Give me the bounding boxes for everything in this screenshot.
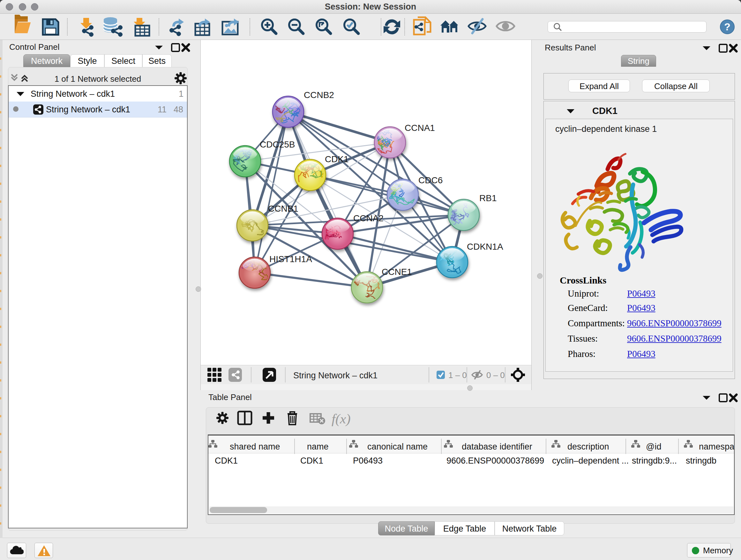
svg-text:canonical name: canonical name (367, 442, 428, 451)
svg-text:CDC25B: CDC25B (260, 139, 295, 149)
svg-text:name: name (307, 442, 329, 451)
svg-text:1 – 0: 1 – 0 (448, 370, 467, 380)
svg-text:@id: @id (646, 442, 661, 451)
svg-text:description: description (567, 442, 609, 451)
svg-text:shared name: shared name (230, 442, 280, 451)
svg-text:RB1: RB1 (479, 193, 496, 203)
svg-text:namespac: namespac (699, 442, 734, 451)
svg-text:?: ? (724, 21, 731, 33)
svg-text:CDC6: CDC6 (418, 175, 443, 185)
svg-text:CCNB1: CCNB1 (268, 204, 298, 213)
svg-text:0 – 0: 0 – 0 (486, 370, 505, 380)
svg-text:CCNE1: CCNE1 (382, 267, 412, 277)
svg-text:CDKN1A: CDKN1A (467, 242, 503, 252)
svg-text:CDK1: CDK1 (325, 154, 349, 164)
svg-text:f(x): f(x) (332, 411, 351, 427)
svg-text:CCNA1: CCNA1 (405, 123, 435, 133)
svg-text:CCNB2: CCNB2 (304, 90, 334, 100)
svg-text:database identifier: database identifier (462, 442, 532, 451)
svg-text:HIST1H1A: HIST1H1A (269, 254, 312, 264)
svg-text:CCNA2: CCNA2 (353, 213, 384, 223)
